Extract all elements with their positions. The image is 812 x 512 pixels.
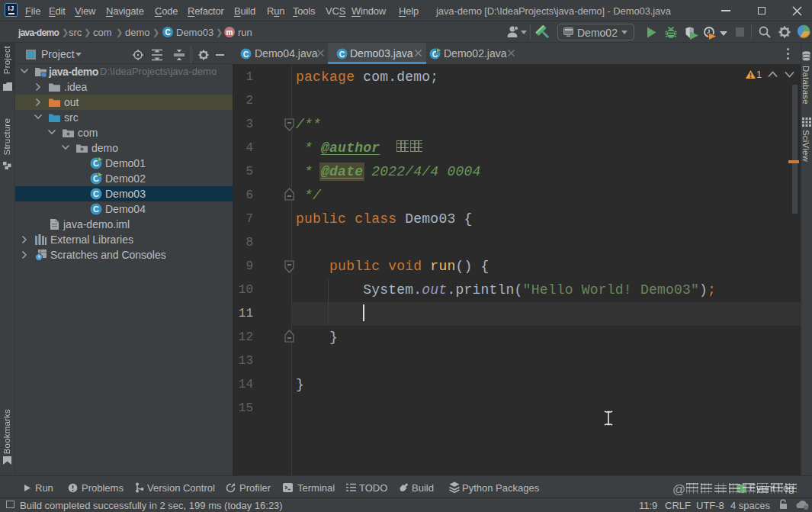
svg-text:C: C: [93, 204, 99, 214]
svg-text:C: C: [165, 28, 170, 37]
svg-text:C: C: [93, 189, 99, 198]
svg-text:C: C: [339, 50, 345, 59]
svg-text:C: C: [243, 50, 249, 59]
svg-text:m: m: [226, 28, 233, 37]
